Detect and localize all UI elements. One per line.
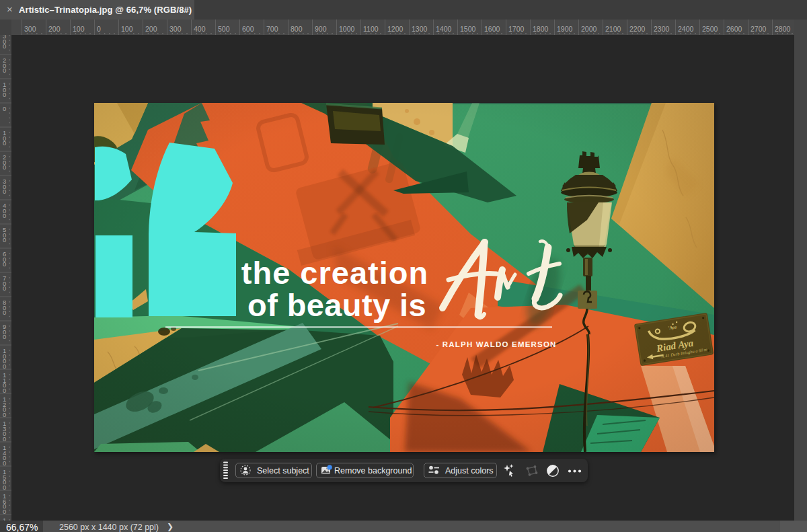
svg-text:0: 0 (3, 508, 6, 515)
svg-text:300: 300 (169, 25, 182, 33)
svg-text:200: 200 (145, 25, 157, 33)
svg-text:800: 800 (291, 25, 303, 33)
svg-text:0: 0 (3, 484, 6, 491)
svg-text:1900: 1900 (557, 25, 573, 33)
svg-text:1500: 1500 (460, 25, 476, 33)
svg-text:1000: 1000 (339, 25, 355, 33)
svg-text:100: 100 (73, 25, 85, 33)
svg-text:1200: 1200 (387, 25, 404, 33)
svg-text:500: 500 (218, 25, 230, 33)
svg-text:0: 0 (3, 139, 6, 147)
svg-text:0: 0 (3, 163, 6, 171)
svg-text:200: 200 (48, 25, 61, 33)
svg-text:2400: 2400 (678, 25, 694, 33)
svg-text:0: 0 (3, 411, 6, 418)
svg-text:900: 900 (315, 25, 327, 33)
svg-text:1600: 1600 (484, 25, 500, 33)
svg-text:0: 0 (3, 105, 6, 112)
svg-text:600: 600 (242, 25, 254, 33)
svg-text:0: 0 (3, 333, 6, 340)
svg-text:0: 0 (3, 387, 6, 394)
svg-text:0: 0 (3, 188, 6, 195)
svg-text:0: 0 (3, 260, 6, 268)
svg-text:700: 700 (266, 25, 278, 33)
svg-text:0: 0 (3, 67, 6, 74)
svg-text:0: 0 (3, 363, 6, 370)
svg-text:300: 300 (24, 25, 36, 33)
svg-text:1400: 1400 (436, 25, 452, 33)
svg-text:2300: 2300 (654, 25, 670, 33)
svg-text:of beauty is: of beauty is (247, 287, 426, 323)
svg-text:0: 0 (3, 42, 6, 50)
svg-text:2700: 2700 (751, 25, 767, 33)
svg-text:0: 0 (97, 25, 101, 33)
svg-text:0: 0 (3, 459, 6, 467)
svg-text:0: 0 (3, 435, 6, 443)
svg-text:1700: 1700 (508, 25, 525, 33)
svg-text:2000: 2000 (581, 25, 597, 33)
svg-text:- RALPH WALDO EMERSON: - RALPH WALDO EMERSON (436, 340, 556, 348)
svg-text:2200: 2200 (629, 25, 646, 33)
svg-text:0: 0 (3, 91, 6, 98)
svg-text:400: 400 (194, 25, 206, 33)
svg-text:2500: 2500 (702, 25, 718, 33)
svg-text:0: 0 (3, 236, 6, 243)
svg-text:100: 100 (121, 25, 133, 33)
svg-text:2600: 2600 (726, 25, 742, 33)
svg-text:0: 0 (3, 284, 6, 292)
svg-text:2800: 2800 (775, 25, 791, 33)
svg-text:the creation: the creation (241, 255, 428, 291)
svg-text:0: 0 (3, 212, 6, 219)
svg-text:1100: 1100 (363, 25, 379, 33)
svg-text:2100: 2100 (605, 25, 621, 33)
svg-text:1300: 1300 (412, 25, 428, 33)
svg-text:1800: 1800 (533, 25, 549, 33)
svg-text:0: 0 (3, 309, 6, 316)
